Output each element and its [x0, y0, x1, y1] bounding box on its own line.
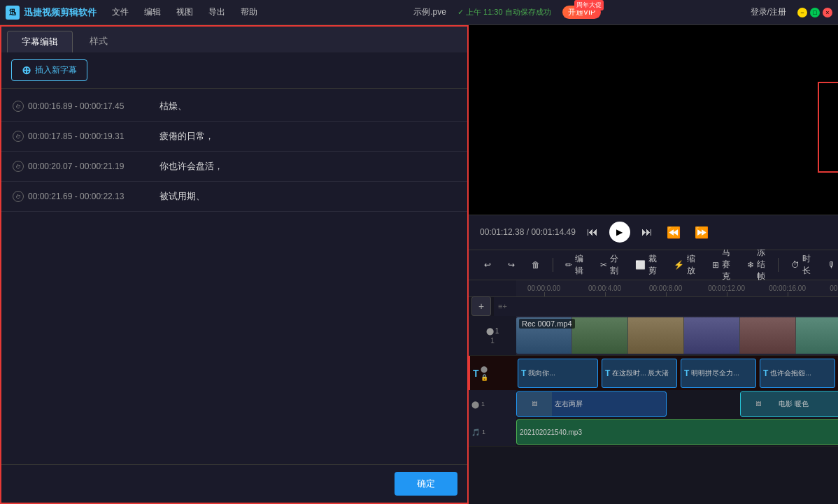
track-add-area: ≡+ [494, 297, 838, 316]
freeze-button[interactable]: ❄ 冻结帧 [740, 244, 772, 285]
subtitle-clip-3[interactable]: T 也许会抱怨... [760, 359, 835, 388]
menu-bar: 文件 编辑 视图 导出 帮助 [105, 3, 264, 21]
selection-border [818, 82, 838, 173]
insert-btn-label: 插入新字幕 [35, 64, 77, 76]
crop-button[interactable]: ⬜ 裁剪 [628, 250, 664, 280]
mosaic-button[interactable]: ⊞ 马赛克 [705, 244, 737, 285]
forward-button[interactable]: ⏭ [639, 223, 655, 241]
subtitle-row[interactable]: ⏱ 00:00:17.85 - 00:00:19.31 疲倦的日常， [1, 122, 467, 152]
video-preview-panel: 一分之差就能淘汰掉 00:01:12.38 / 00:01:14.49 ⏮ ▶ … [469, 25, 838, 250]
video-track-controls: ⬤ 1 1 [469, 316, 516, 355]
subtitle-panel: 字幕编辑 样式 ⊕ 插入新字幕 ⏱ 00:00:16.89 - 00:00:17… [0, 25, 469, 504]
subtitle-text-3[interactable]: 被试用期、 [159, 190, 456, 203]
close-button[interactable]: × [823, 8, 832, 17]
delete-button[interactable]: 🗑 [525, 257, 547, 273]
play-button[interactable]: ▶ [609, 222, 630, 243]
audio-track-content[interactable]: 202102021540.mp3 [516, 418, 838, 446]
subtitle-row[interactable]: ⏱ 00:00:20.07 - 00:00:21.19 你也许会盘活， [1, 152, 467, 182]
audio-clip-0[interactable]: 202102021540.mp3 [516, 419, 838, 445]
subtitle-clip-1[interactable]: T 在这段时... 辰大渚 [602, 359, 677, 388]
subtitle-time-0: ⏱ 00:00:16.89 - 00:00:17.45 [13, 101, 152, 112]
subtitle-clip-0[interactable]: T 我向你... [518, 359, 598, 388]
image-track: ⬤ 1 🖼 左右两屏 🖼 电影 暖色 [469, 391, 838, 419]
subtitle-track-icon: T [473, 368, 479, 379]
minimize-button[interactable]: − [797, 8, 807, 17]
titlebar-right: 登录/注册 − □ × [751, 6, 832, 18]
logo-icon: 迅 [6, 6, 20, 20]
plus-icon: ⊕ [22, 64, 31, 77]
vip-badge[interactable]: 开通VIP 周年大促 [562, 6, 602, 19]
clock-icon-0: ⏱ [13, 101, 24, 112]
voiceover-button[interactable]: 🎙 配音 [821, 250, 838, 280]
next-frame-button[interactable]: ⏩ [692, 223, 711, 242]
menu-edit[interactable]: 编辑 [137, 3, 168, 21]
panel-toolbar: ⊕ 插入新字幕 [1, 52, 467, 89]
confirm-button[interactable]: 确定 [395, 472, 457, 496]
edit-button[interactable]: ✏ 编辑 [558, 250, 590, 280]
ruler-mark-2: 00:00:8.00 [666, 285, 699, 296]
toolbar: ↩ ↪ 🗑 ✏ 编辑 ✂ 分割 ⬜ 裁剪 ⚡ 缩放 ⊞ 马赛克 [469, 250, 838, 280]
subtitle-track-controls: T ⬤ 🔒 [470, 356, 518, 391]
image-track-controls: ⬤ 1 [469, 390, 516, 418]
subtitle-row[interactable]: ⏱ 00:00:16.89 - 00:00:17.45 枯燥、 [1, 92, 467, 122]
timeline-add-row: + ≡+ [469, 297, 838, 317]
insert-subtitle-button[interactable]: ⊕ 插入新字幕 [11, 59, 87, 81]
subtitle-track: T ⬤ 🔒 T 我向你... T 在这段时... 辰大渚 [469, 356, 838, 391]
subtitle-track-content[interactable]: T 我向你... T 在这段时... 辰大渚 T 明明拼尽全力... T 也许会… [518, 356, 838, 391]
subtitle-list: ⏱ 00:00:16.89 - 00:00:17.45 枯燥、 ⏱ 00:00:… [1, 89, 467, 464]
subtitle-row[interactable]: ⏱ 00:00:21.69 - 00:00:22.13 被试用期、 [1, 182, 467, 212]
menu-view[interactable]: 视图 [169, 3, 200, 21]
track-rec-icon: ⬤ [486, 327, 494, 335]
video-preview: 一分之差就能淘汰掉 [469, 25, 838, 215]
subtitle-text-2[interactable]: 你也许会盘活， [159, 160, 456, 173]
menu-file[interactable]: 文件 [105, 3, 136, 21]
add-track-button[interactable]: + [471, 296, 491, 316]
panel-footer: 确定 [1, 464, 467, 503]
right-area: 一分之差就能淘汰掉 00:01:12.38 / 00:01:14.49 ⏮ ▶ … [469, 25, 838, 504]
timeline-ruler: 00:00:0.00 00:00:4.00 00:00:8.00 00:00:1… [469, 280, 838, 297]
subtitle-clip-2[interactable]: T 明明拼尽全力... [681, 359, 756, 388]
timeline: 00:00:0.00 00:00:4.00 00:00:8.00 00:00:1… [469, 280, 838, 505]
image-clip-0[interactable]: 🖼 左右两屏 [516, 391, 667, 417]
maximize-button[interactable]: □ [810, 8, 820, 17]
redo-button[interactable]: ↪ [501, 257, 522, 273]
subtitle-time-1: ⏱ 00:00:17.85 - 00:00:19.31 [13, 131, 152, 142]
autosave-status: ✓ 上午 11:30 自动保存成功 [457, 7, 551, 17]
menu-export[interactable]: 导出 [201, 3, 232, 21]
title-center: 示例.pve ✓ 上午 11:30 自动保存成功 开通VIP 周年大促 [264, 6, 751, 19]
filename: 示例.pve [413, 6, 446, 18]
image-clip-1[interactable]: 🖼 电影 暖色 [740, 391, 838, 417]
video-controls: 00:01:12.38 / 00:01:14.49 ⏮ ▶ ⏭ ⏪ ⏩ 16:9… [469, 215, 838, 250]
app-logo: 迅 迅捷视频剪辑软件 [6, 6, 97, 20]
subtitle-text-0[interactable]: 枯燥、 [159, 100, 456, 113]
app-title: 迅捷视频剪辑软件 [24, 6, 97, 19]
window-controls: − □ × [797, 8, 832, 17]
vip-promo-tag: 周年大促 [574, 0, 604, 10]
clock-icon-2: ⏱ [13, 161, 24, 172]
panel-tabs: 字幕编辑 样式 [1, 27, 467, 52]
login-btn[interactable]: 登录/注册 [751, 6, 786, 18]
prev-frame-button[interactable]: ⏪ [664, 223, 683, 242]
subtitle-text-1[interactable]: 疲倦的日常， [159, 130, 456, 143]
menu-help[interactable]: 帮助 [234, 3, 264, 21]
undo-button[interactable]: ↩ [477, 257, 498, 273]
subtitle-time-3: ⏱ 00:00:21.69 - 00:00:22.13 [13, 191, 152, 202]
video-clip[interactable]: Rec 0007.mp4 [516, 317, 838, 354]
image-track-content[interactable]: 🖼 左右两屏 🖼 电影 暖色 [516, 390, 838, 418]
video-track-content[interactable]: Rec 0007.mp4 [516, 316, 838, 355]
audio-track: 🎵 1 202102021540.mp3 [469, 419, 838, 447]
speed-button[interactable]: ⚡ 缩放 [667, 250, 702, 280]
ruler-mark-3: 00:00:12.00 [727, 285, 764, 296]
video-track: ⬤ 1 1 [469, 317, 838, 356]
ruler-spacer [469, 280, 516, 296]
main-area: 字幕编辑 样式 ⊕ 插入新字幕 ⏱ 00:00:16.89 - 00:00:17… [0, 25, 838, 504]
clock-icon-1: ⏱ [13, 131, 24, 142]
tab-subtitle-edit[interactable]: 字幕编辑 [7, 31, 73, 52]
duration-button[interactable]: ⏱ 时长 [784, 250, 818, 280]
tab-style[interactable]: 样式 [76, 31, 122, 52]
clock-icon-3: ⏱ [13, 191, 24, 202]
rewind-button[interactable]: ⏮ [584, 223, 601, 241]
ruler-mark-0: 00:00:0.00 [544, 285, 577, 296]
split-button[interactable]: ✂ 分割 [593, 250, 625, 280]
titlebar: 迅 迅捷视频剪辑软件 文件 编辑 视图 导出 帮助 示例.pve ✓ 上午 11… [0, 0, 838, 25]
